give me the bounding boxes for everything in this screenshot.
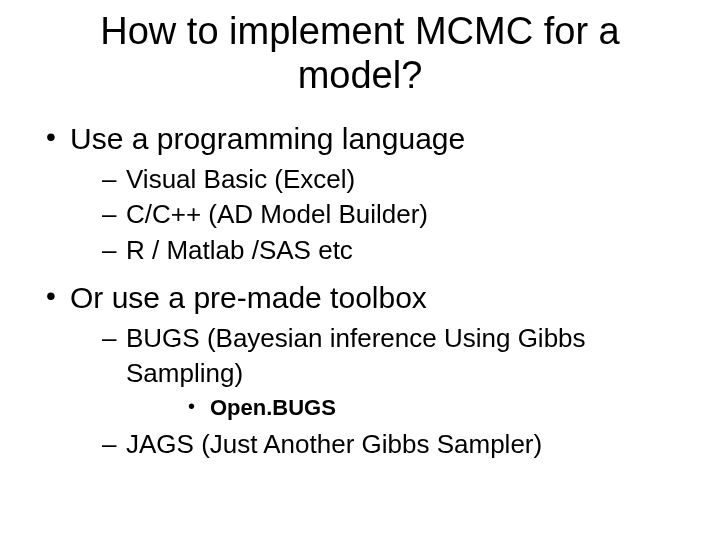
- sub-list: BUGS (Bayesian inference Using Gibbs Sam…: [70, 321, 680, 462]
- bullet-text: Or use a pre-made toolbox: [70, 281, 427, 314]
- slide: How to implement MCMC for a model? Use a…: [0, 0, 720, 540]
- bullet-text: Use a programming language: [70, 122, 465, 155]
- list-item: BUGS (Bayesian inference Using Gibbs Sam…: [70, 321, 680, 423]
- sub-list: Visual Basic (Excel) C/C++ (AD Model Bui…: [70, 162, 680, 267]
- list-item: R / Matlab /SAS etc: [70, 233, 680, 268]
- sub-sub-list: Open.BUGS: [126, 393, 680, 423]
- list-item: Visual Basic (Excel): [70, 162, 680, 197]
- bullet-list: Use a programming language Visual Basic …: [40, 119, 680, 461]
- bullet-text: Visual Basic (Excel): [126, 164, 355, 194]
- bullet-text: JAGS (Just Another Gibbs Sampler): [126, 429, 542, 459]
- list-item: Open.BUGS: [126, 393, 680, 423]
- list-item: C/C++ (AD Model Builder): [70, 197, 680, 232]
- bullet-text: Open.BUGS: [210, 395, 336, 420]
- bullet-text: C/C++ (AD Model Builder): [126, 199, 428, 229]
- slide-title: How to implement MCMC for a model?: [60, 10, 660, 97]
- slide-content: Use a programming language Visual Basic …: [0, 119, 720, 461]
- list-item: Or use a pre-made toolbox BUGS (Bayesian…: [40, 278, 680, 462]
- list-item: JAGS (Just Another Gibbs Sampler): [70, 427, 680, 462]
- list-item: Use a programming language Visual Basic …: [40, 119, 680, 267]
- bullet-text: R / Matlab /SAS etc: [126, 235, 353, 265]
- bullet-text: BUGS (Bayesian inference Using Gibbs Sam…: [126, 323, 586, 388]
